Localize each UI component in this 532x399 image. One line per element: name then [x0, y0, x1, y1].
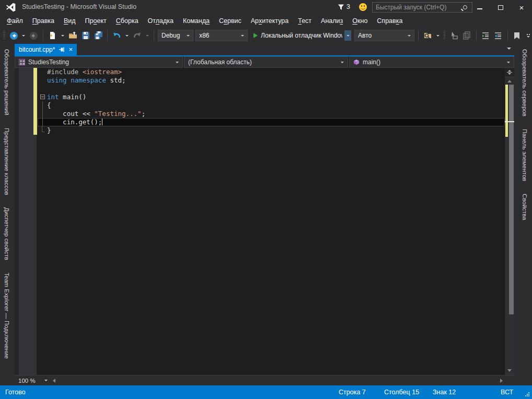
navigate-back-button[interactable]	[8, 29, 19, 42]
code-editor[interactable]: #include <iostream>using namespace std;i…	[15, 68, 514, 375]
notifications-flag-button[interactable]: 3	[338, 3, 350, 10]
menu-item[interactable]: Окно	[348, 15, 372, 27]
menu-item[interactable]: Правка	[28, 15, 59, 27]
navigate-forward-button[interactable]	[29, 29, 40, 42]
member-combo[interactable]: main()	[349, 56, 514, 68]
solution-platform-combo[interactable]: x86	[195, 30, 248, 41]
code-line[interactable]: cout << "Testing...";	[15, 110, 505, 118]
main-area: Обозреватель решенийПредставление классо…	[0, 44, 532, 385]
start-debugging-dropdown[interactable]	[344, 30, 351, 41]
menu-item[interactable]: Файл	[2, 15, 28, 27]
code-line[interactable]: cin.get();	[15, 118, 505, 126]
decrease-indent-button[interactable]	[480, 29, 491, 42]
new-file-button[interactable]	[47, 29, 58, 42]
duplicate-button[interactable]	[461, 29, 472, 42]
find-in-files-button[interactable]	[422, 29, 433, 42]
panel-tab[interactable]: Свойства	[518, 189, 531, 226]
increase-indent-button[interactable]	[493, 29, 504, 42]
code-text: #include <iostream>	[47, 68, 122, 76]
project-combo[interactable]: StudiesTesting	[15, 56, 183, 68]
close-tab-icon[interactable]: ×	[68, 46, 73, 53]
zoom-level-combo[interactable]: 100 %	[16, 376, 50, 385]
undo-dropdown[interactable]	[124, 29, 130, 42]
menu-item[interactable]: Тест	[293, 15, 316, 27]
code-lines: #include <iostream>using namespace std;i…	[15, 68, 505, 135]
code-line[interactable]: using namespace std;	[15, 76, 505, 85]
document-well-dropdown[interactable]	[507, 48, 511, 50]
horizontal-scrollbar-track[interactable]	[59, 378, 496, 384]
toolbar-drag-handle[interactable]	[3, 31, 5, 40]
toolbar-overflow-button[interactable]	[524, 34, 532, 38]
save-button[interactable]	[80, 29, 91, 42]
scroll-up-arrow[interactable]	[505, 77, 514, 85]
status-column: Столбец 15	[384, 389, 419, 396]
menu-item[interactable]: Команда	[178, 15, 214, 27]
code-text: }	[47, 126, 51, 135]
navigate-back-dropdown[interactable]	[21, 29, 26, 42]
forward-arrow-icon	[29, 31, 38, 40]
undo-button[interactable]	[111, 29, 122, 42]
scroll-right-arrow[interactable]	[498, 379, 505, 383]
scrollbar-thumb[interactable]	[509, 85, 514, 314]
start-debugging-button[interactable]: Локальный отладчик Windows	[250, 30, 352, 41]
new-file-dropdown[interactable]	[60, 29, 65, 42]
code-line[interactable]	[15, 85, 505, 93]
editor-splitter-handle[interactable]	[505, 68, 514, 77]
search-icon	[463, 5, 467, 9]
resize-grip[interactable]	[525, 392, 530, 397]
status-char: Знак 12	[433, 389, 456, 396]
menu-item[interactable]: Архитектура	[246, 15, 293, 27]
scrollbar-caret-marker	[505, 121, 514, 122]
navigation-bar: StudiesTesting (Глобальная область) main…	[15, 56, 514, 68]
menu-item[interactable]: Сборка	[111, 15, 143, 27]
find-dropdown[interactable]	[435, 29, 440, 42]
panel-tab[interactable]: Представление классов	[0, 123, 14, 201]
redo-dropdown[interactable]	[145, 29, 150, 42]
menu-item[interactable]: Проект	[80, 15, 111, 27]
panel-tab[interactable]: Обозреватель серверов	[518, 44, 531, 122]
fold-collapse-toggle[interactable]	[39, 93, 46, 101]
toggle-bookmark-button[interactable]	[511, 29, 522, 42]
code-line[interactable]: }	[15, 126, 505, 135]
panel-tab[interactable]: Обозреватель решений	[0, 44, 14, 121]
menu-item[interactable]: Справка	[372, 15, 407, 27]
undo-icon	[112, 31, 121, 40]
scope-combo[interactable]: (Глобальная область)	[184, 56, 348, 68]
scroll-left-arrow[interactable]	[50, 379, 57, 383]
changed-line-marker	[33, 93, 37, 101]
solution-configuration-combo[interactable]: Debug	[158, 30, 193, 41]
document-tab-well: bitcount.cpp* ×	[15, 44, 514, 55]
scroll-down-arrow[interactable]	[505, 367, 514, 374]
minimize-button[interactable]	[469, 0, 490, 15]
save-all-icon	[94, 31, 103, 40]
code-line[interactable]: int main()	[15, 93, 505, 101]
panel-tab[interactable]: Диспетчер свойств	[0, 202, 14, 265]
scrollbar-track[interactable]	[505, 85, 514, 375]
toolbar-drag-handle-2[interactable]	[444, 31, 446, 40]
close-button[interactable]: ×	[511, 0, 532, 15]
redo-button[interactable]	[132, 29, 143, 42]
open-file-button[interactable]	[67, 29, 78, 42]
maximize-button[interactable]	[490, 0, 511, 15]
panel-tab[interactable]: Team Explorer — Подключение	[0, 267, 14, 364]
changed-line-marker	[33, 85, 37, 93]
code-text: using namespace std;	[47, 76, 126, 85]
menu-item[interactable]: Вид	[59, 15, 80, 27]
scrollbar-change-annotation	[505, 85, 508, 137]
save-all-button[interactable]	[93, 29, 104, 42]
code-line[interactable]: #include <iostream>	[15, 68, 505, 76]
menu-item[interactable]: Сервис	[214, 15, 246, 27]
pin-icon[interactable]	[59, 46, 65, 53]
document-tab[interactable]: bitcount.cpp* ×	[15, 44, 77, 55]
watch-mode-combo[interactable]: Авто	[354, 30, 414, 41]
feedback-smiley-icon[interactable]	[359, 3, 367, 11]
quick-launch-search[interactable]: Быстрый запуск (Ctrl+Q)	[372, 2, 472, 13]
code-line[interactable]: {	[15, 101, 505, 110]
menu-item[interactable]: Анализ	[316, 15, 348, 27]
panel-tab[interactable]: Панель элементов	[518, 124, 531, 186]
navigate-to-button[interactable]	[448, 29, 459, 42]
status-line: Строка 7	[339, 389, 366, 396]
vertical-scrollbar[interactable]	[505, 68, 514, 375]
fold-guide	[39, 101, 46, 110]
menu-item[interactable]: Отладка	[143, 15, 178, 27]
